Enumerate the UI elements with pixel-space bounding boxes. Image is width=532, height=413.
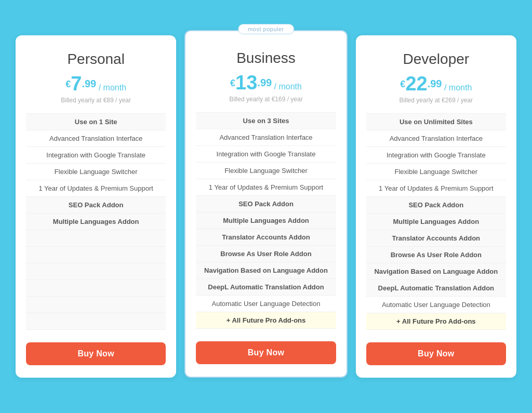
feature-item: Navigation Based on Language Addon bbox=[196, 262, 336, 279]
feature-item: Translator Accounts Addon bbox=[196, 229, 336, 246]
feature-item: SEO Pack Addon bbox=[26, 197, 166, 214]
billed-yearly-developer: Billed yearly at €269 / year bbox=[366, 97, 506, 104]
feature-item: Automatic User Language Detection bbox=[196, 296, 336, 312]
feature-item: Translator Accounts Addon bbox=[366, 230, 506, 247]
feature-item: Automatic User Language Detection bbox=[366, 297, 506, 313]
feature-item bbox=[26, 280, 166, 297]
price-period: / month bbox=[96, 83, 126, 92]
pricing-card-developer: Developer€22.99 / monthBilled yearly at … bbox=[356, 35, 516, 378]
feature-item: Use on Unlimited Sites bbox=[366, 113, 506, 130]
feature-item bbox=[26, 230, 166, 247]
feature-item: Integration with Google Translate bbox=[366, 147, 506, 164]
pricing-card-business: most populerBusiness€13.99 / monthBilled… bbox=[184, 30, 347, 378]
feature-item: DeepL Automatic Translation Addon bbox=[196, 279, 336, 296]
feature-item: 1 Year of Updates & Premium Support bbox=[366, 180, 506, 197]
pricing-container: Personal€7.99 / monthBilled yearly at €8… bbox=[11, 35, 521, 378]
plan-title-business: Business bbox=[196, 50, 336, 66]
feature-item: Flexible Language Switcher bbox=[196, 163, 336, 179]
price-main: 13 bbox=[235, 72, 257, 94]
feature-item: SEO Pack Addon bbox=[196, 196, 336, 212]
price-period: / month bbox=[442, 83, 472, 92]
price-main: 22 bbox=[405, 73, 427, 95]
price-row-developer: €22.99 / month bbox=[366, 74, 506, 94]
feature-item: SEO Pack Addon bbox=[366, 197, 506, 214]
feature-item: Use on 3 Sites bbox=[196, 112, 336, 129]
feature-item: Browse As User Role Addon bbox=[196, 246, 336, 262]
feature-item: Advanced Translation Interface bbox=[366, 130, 506, 147]
plan-title-personal: Personal bbox=[26, 51, 166, 68]
price-row-business: €13.99 / month bbox=[196, 73, 336, 92]
feature-item: 1 Year of Updates & Premium Support bbox=[26, 180, 166, 197]
price-currency: € bbox=[65, 79, 71, 89]
feature-item: Flexible Language Switcher bbox=[366, 164, 506, 180]
features-list-business: Use on 3 SitesAdvanced Translation Inter… bbox=[196, 112, 336, 329]
feature-item: Use on 1 Site bbox=[26, 113, 166, 130]
feature-item: Navigation Based on Language Addon bbox=[366, 263, 506, 280]
feature-item: Flexible Language Switcher bbox=[26, 164, 166, 180]
feature-item: Integration with Google Translate bbox=[26, 147, 166, 164]
most-popular-badge: most populer bbox=[238, 24, 294, 34]
billed-yearly-business: Billed yearly at €169 / year bbox=[196, 96, 336, 103]
features-list-developer: Use on Unlimited SitesAdvanced Translati… bbox=[366, 113, 506, 330]
price-decimal: .99 bbox=[428, 78, 442, 89]
plan-title-developer: Developer bbox=[366, 51, 506, 68]
feature-item: 1 Year of Updates & Premium Support bbox=[196, 179, 336, 196]
price-main: 7 bbox=[71, 73, 82, 95]
feature-item: Advanced Translation Interface bbox=[196, 129, 336, 146]
features-list-personal: Use on 1 SiteAdvanced Translation Interf… bbox=[26, 113, 166, 330]
feature-item: Integration with Google Translate bbox=[196, 146, 336, 163]
buy-button-personal[interactable]: Buy Now bbox=[26, 342, 166, 365]
pricing-card-personal: Personal€7.99 / monthBilled yearly at €8… bbox=[16, 35, 176, 378]
feature-item: + All Future Pro Add-ons bbox=[196, 312, 336, 329]
feature-item: Multiple Languages Addon bbox=[366, 214, 506, 230]
buy-button-developer[interactable]: Buy Now bbox=[366, 342, 506, 365]
billed-yearly-personal: Billed yearly at €89 / year bbox=[26, 97, 166, 104]
price-row-personal: €7.99 / month bbox=[26, 74, 166, 94]
feature-item: + All Future Pro Add-ons bbox=[366, 313, 506, 330]
price-currency: € bbox=[230, 78, 235, 88]
buy-button-business[interactable]: Buy Now bbox=[196, 341, 336, 364]
feature-item bbox=[26, 297, 166, 313]
feature-item: Advanced Translation Interface bbox=[26, 130, 166, 147]
feature-item: DeepL Automatic Translation Addon bbox=[366, 280, 506, 297]
feature-item: Browse As User Role Addon bbox=[366, 247, 506, 263]
price-decimal: .99 bbox=[257, 77, 272, 88]
price-currency: € bbox=[400, 79, 405, 89]
feature-item bbox=[26, 263, 166, 280]
feature-item: Multiple Languages Addon bbox=[26, 214, 166, 230]
price-decimal: .99 bbox=[82, 78, 96, 89]
price-period: / month bbox=[272, 82, 302, 91]
feature-item: Multiple Languages Addon bbox=[196, 212, 336, 229]
feature-item bbox=[26, 313, 166, 330]
feature-item bbox=[26, 247, 166, 263]
